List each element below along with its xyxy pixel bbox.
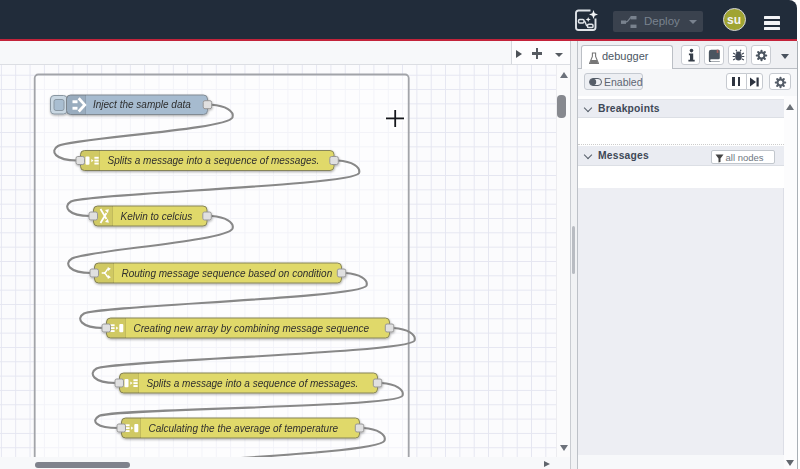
svg-text:Routing message sequence based: Routing message sequence based on condit… (122, 268, 333, 279)
svg-text:Splits a message into a sequen: Splits a message into a sequence of mess… (108, 155, 320, 166)
svg-text:Kelvin to celcius: Kelvin to celcius (121, 211, 193, 222)
svg-text:Splits a message into a sequen: Splits a message into a sequence of mess… (147, 378, 359, 389)
svg-text:Inject the sample data: Inject the sample data (93, 99, 191, 110)
svg-text:Creating new array by combinin: Creating new array by combining message … (134, 323, 370, 334)
svg-text:Calculating the the average of: Calculating the the average of temperatu… (149, 423, 339, 434)
